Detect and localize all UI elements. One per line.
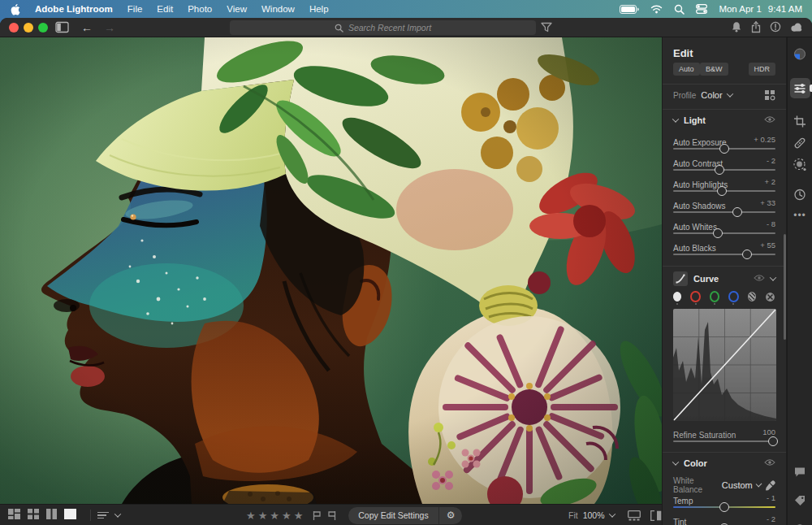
- slider-knob[interactable]: [719, 144, 729, 154]
- wifi-icon[interactable]: [650, 5, 663, 14]
- compare-view-icon[interactable]: [46, 508, 57, 523]
- light-chevron-down-icon[interactable]: [672, 115, 679, 122]
- settings-gear-icon[interactable]: ⚙: [439, 510, 463, 521]
- slider-track[interactable]: [673, 148, 775, 150]
- curve-channel-all[interactable]: [748, 292, 756, 302]
- back-arrow-icon[interactable]: ←: [81, 20, 93, 35]
- notifications-bell-icon[interactable]: [731, 21, 742, 37]
- versions-clock-icon[interactable]: [794, 189, 806, 204]
- before-after-icon[interactable]: [650, 510, 662, 521]
- profile-browser-icon[interactable]: [764, 89, 775, 101]
- filter-icon[interactable]: [541, 21, 552, 36]
- eyedropper-icon[interactable]: [765, 480, 775, 491]
- profile-row[interactable]: Profile Color: [673, 89, 775, 101]
- bw-button[interactable]: B&W: [700, 63, 728, 76]
- star-icon[interactable]: ★: [294, 510, 304, 522]
- masking-icon[interactable]: [793, 158, 807, 175]
- spotlight-search-icon[interactable]: [674, 4, 685, 15]
- menu-item-photo[interactable]: Photo: [188, 4, 212, 14]
- healing-brush-icon[interactable]: [793, 137, 806, 153]
- sync-status-icon[interactable]: [770, 21, 781, 36]
- cloud-icon[interactable]: [789, 21, 804, 36]
- presets-icon[interactable]: [793, 47, 807, 64]
- slider-knob[interactable]: [719, 502, 729, 512]
- color-eye-icon[interactable]: [764, 458, 775, 468]
- hdr-button[interactable]: HDR: [749, 63, 776, 76]
- slider-knob[interactable]: [717, 186, 727, 196]
- slider-knob[interactable]: [768, 436, 778, 446]
- slider-track[interactable]: [673, 232, 775, 234]
- menu-clock[interactable]: Mon Apr 1 9:41 AM: [719, 4, 802, 14]
- curve-chevron-down-icon[interactable]: [770, 274, 776, 280]
- auto-button[interactable]: Auto: [673, 63, 700, 76]
- star-icon[interactable]: ★: [282, 510, 292, 522]
- tone-curve-histogram[interactable]: [673, 309, 776, 421]
- slider-track[interactable]: [673, 211, 775, 213]
- zoom-chevron-down-icon[interactable]: [608, 510, 615, 517]
- share-icon[interactable]: [750, 21, 762, 37]
- curve-section-header[interactable]: Curve: [673, 271, 775, 286]
- white-balance-row[interactable]: White Balance Custom: [673, 476, 775, 494]
- close-window-button[interactable]: [9, 23, 19, 33]
- curve-tool-icon[interactable]: [673, 271, 688, 286]
- color-chevron-down-icon[interactable]: [672, 458, 679, 465]
- slider-track[interactable]: [673, 254, 775, 255]
- apple-logo-icon[interactable]: [10, 3, 20, 15]
- sort-icon[interactable]: [97, 510, 109, 521]
- menu-item-edit[interactable]: Edit: [157, 4, 173, 14]
- star-icon[interactable]: ★: [246, 510, 256, 522]
- comments-icon[interactable]: [794, 466, 806, 481]
- menu-item-window[interactable]: Window: [261, 4, 295, 14]
- slider-track[interactable]: [673, 506, 775, 508]
- pick-flag-icon[interactable]: [312, 510, 322, 521]
- copy-edit-settings-button[interactable]: Copy Edit Settings: [348, 510, 438, 520]
- zoom-level-value[interactable]: 100%: [583, 510, 605, 520]
- battery-icon[interactable]: [620, 5, 639, 14]
- slider-knob[interactable]: [732, 207, 742, 217]
- curve-channel-red[interactable]: [690, 291, 700, 302]
- slider-track[interactable]: [673, 440, 775, 442]
- menu-item-help[interactable]: Help: [309, 4, 329, 14]
- curve-channel-green[interactable]: [710, 291, 719, 302]
- slider-knob[interactable]: [715, 165, 724, 175]
- menu-item-view[interactable]: View: [227, 4, 247, 14]
- light-eye-icon[interactable]: [764, 115, 775, 125]
- photo-grid-view-icon[interactable]: [8, 508, 20, 523]
- detail-view-icon[interactable]: [64, 508, 76, 523]
- slider-track[interactable]: [673, 190, 775, 192]
- sidebar-toggle-icon[interactable]: [55, 21, 69, 37]
- photo-canvas[interactable]: [0, 37, 662, 504]
- minimize-window-button[interactable]: [24, 23, 33, 33]
- profile-value[interactable]: Color: [701, 90, 722, 100]
- white-balance-value[interactable]: Custom: [722, 480, 753, 490]
- crop-rotate-icon[interactable]: [794, 115, 806, 131]
- more-tools-icon[interactable]: •••: [793, 210, 806, 221]
- search-input[interactable]: Search Recent Import: [230, 20, 536, 35]
- reject-flag-icon[interactable]: [327, 510, 337, 521]
- keywords-tag-icon[interactable]: [794, 495, 806, 510]
- zoom-window-button[interactable]: [38, 23, 48, 33]
- filmstrip-toggle-icon[interactable]: [628, 510, 641, 521]
- forward-arrow-icon[interactable]: →: [104, 20, 115, 35]
- sort-chevron-down-icon[interactable]: [114, 510, 121, 517]
- menu-item-file[interactable]: File: [127, 4, 143, 14]
- star-icon[interactable]: ★: [270, 510, 279, 522]
- control-center-icon[interactable]: [696, 4, 707, 14]
- curve-eye-icon[interactable]: [754, 274, 765, 284]
- curve-channel-rgb[interactable]: [673, 292, 681, 302]
- white-balance-chevron-down-icon[interactable]: [755, 481, 762, 488]
- slider-track[interactable]: [673, 169, 775, 171]
- edit-sliders-icon[interactable]: [794, 83, 806, 98]
- panel-scrollbar[interactable]: [784, 234, 786, 340]
- fit-label[interactable]: Fit: [568, 510, 578, 520]
- profile-chevron-down-icon[interactable]: [726, 90, 732, 97]
- light-section-header[interactable]: Light: [673, 115, 775, 125]
- color-section-header[interactable]: Color: [673, 458, 775, 468]
- star-icon[interactable]: ★: [258, 510, 268, 522]
- slider-knob[interactable]: [713, 228, 723, 238]
- menu-app-name[interactable]: Adobe Lightroom: [35, 4, 113, 14]
- curve-channel-blue[interactable]: [728, 291, 738, 302]
- square-grid-view-icon[interactable]: [28, 508, 39, 523]
- targeted-adjustment-icon[interactable]: [765, 292, 775, 302]
- slider-knob[interactable]: [742, 249, 752, 259]
